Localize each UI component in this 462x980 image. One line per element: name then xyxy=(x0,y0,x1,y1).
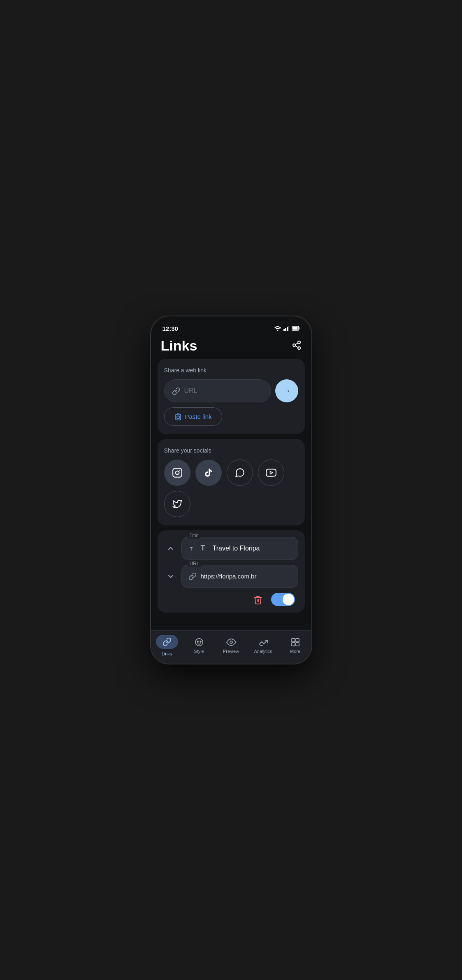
svg-line-10 xyxy=(295,346,298,348)
instagram-icon xyxy=(172,467,183,478)
svg-point-21 xyxy=(200,641,201,642)
whatsapp-icon xyxy=(234,467,245,478)
analytics-nav-icon xyxy=(258,637,268,647)
svg-point-0 xyxy=(277,330,278,331)
svg-rect-25 xyxy=(292,639,295,642)
paste-link-label: Paste link xyxy=(185,413,212,420)
socials-row xyxy=(164,460,298,517)
title-T-icon: T xyxy=(201,544,205,553)
title-text-icon: T xyxy=(188,544,197,553)
nav-style-label: Style xyxy=(194,649,204,654)
paste-link-button[interactable]: Paste link xyxy=(164,407,222,426)
nav-analytics-label: Analytics xyxy=(254,649,272,654)
url-field-row: URL https://floripa.com.br xyxy=(164,565,298,588)
title-value: Travel to Floripa xyxy=(213,545,260,552)
nav-links-label: Links xyxy=(162,651,172,656)
title-field-wrap: Title T T Travel to Floripa xyxy=(181,537,298,560)
whatsapp-button[interactable] xyxy=(227,460,253,486)
more-nav-icon xyxy=(290,637,300,647)
svg-text:T: T xyxy=(190,546,193,551)
nav-more-label: More xyxy=(290,649,300,654)
url-link-icon xyxy=(188,572,197,581)
header: Links xyxy=(151,334,311,359)
svg-point-16 xyxy=(179,470,180,471)
svg-rect-2 xyxy=(285,328,286,331)
nav-item-style[interactable]: Style xyxy=(183,637,215,654)
svg-rect-28 xyxy=(296,643,299,646)
svg-rect-6 xyxy=(292,327,297,330)
socials-card: Share your socials xyxy=(158,439,305,525)
nav-item-preview[interactable]: Preview xyxy=(215,637,247,654)
clipboard-icon xyxy=(174,413,182,420)
tiktok-icon xyxy=(204,468,214,478)
svg-point-19 xyxy=(195,639,203,646)
svg-marker-17 xyxy=(270,471,272,474)
page-title: Links xyxy=(161,338,197,354)
youtube-button[interactable] xyxy=(258,460,284,486)
url-input-row: URL → xyxy=(164,379,298,402)
share-button[interactable] xyxy=(292,339,302,350)
title-field-row: Title T T Travel to Floripa xyxy=(164,537,298,560)
title-input-box[interactable]: T T Travel to Floripa xyxy=(181,537,298,560)
trash-icon xyxy=(253,595,263,605)
svg-rect-13 xyxy=(177,416,179,418)
wifi-icon xyxy=(274,326,281,331)
toggle-thumb xyxy=(283,594,294,605)
link-enabled-toggle[interactable] xyxy=(271,593,295,606)
preview-nav-icon xyxy=(226,637,236,647)
battery-icon xyxy=(292,326,300,331)
nav-item-links[interactable]: Links xyxy=(151,635,183,656)
twitter-button[interactable] xyxy=(164,491,190,517)
tiktok-button[interactable] xyxy=(195,460,222,486)
title-collapse-button[interactable] xyxy=(164,542,177,555)
nav-item-analytics[interactable]: Analytics xyxy=(247,637,279,654)
web-link-card: Share a web link URL → xyxy=(158,359,305,434)
svg-point-22 xyxy=(230,641,232,643)
url-input-box[interactable]: https://floripa.com.br xyxy=(181,565,298,588)
link-chain-icon xyxy=(172,386,180,395)
signal-icon xyxy=(283,326,289,331)
twitter-icon xyxy=(172,499,182,509)
svg-rect-1 xyxy=(283,329,285,331)
svg-rect-14 xyxy=(173,468,182,477)
main-content: Share a web link URL → xyxy=(151,359,311,630)
url-value: https://floripa.com.br xyxy=(201,573,257,580)
svg-point-15 xyxy=(175,471,179,474)
svg-rect-27 xyxy=(292,643,295,646)
links-nav-icon xyxy=(163,637,172,646)
arrow-right-icon: → xyxy=(282,385,291,396)
socials-label: Share your socials xyxy=(164,447,298,454)
bottom-navigation: Links Style Preview xyxy=(151,630,311,664)
url-field-wrap: URL https://floripa.com.br xyxy=(181,565,298,588)
status-time: 12:30 xyxy=(163,325,178,332)
svg-rect-12 xyxy=(177,413,179,415)
svg-rect-26 xyxy=(296,639,299,642)
share-icon xyxy=(292,340,302,350)
link-item-card: Title T T Travel to Floripa xyxy=(158,530,305,613)
status-icons xyxy=(274,326,300,331)
phone-frame: 12:30 Links xyxy=(151,316,311,664)
url-expand-button[interactable] xyxy=(164,570,177,583)
status-bar: 12:30 xyxy=(151,316,311,334)
web-link-label: Share a web link xyxy=(164,367,298,374)
url-input-wrap: URL xyxy=(164,379,271,402)
nav-item-more[interactable]: More xyxy=(279,637,311,654)
link-item-actions xyxy=(164,593,298,606)
chevron-down-icon xyxy=(167,572,175,581)
url-field-label: URL xyxy=(188,561,201,567)
title-field-label: Title xyxy=(188,533,200,539)
delete-link-button[interactable] xyxy=(253,594,263,605)
svg-rect-4 xyxy=(288,326,289,331)
chevron-up-icon xyxy=(167,544,175,553)
url-submit-button[interactable]: → xyxy=(275,379,298,402)
instagram-button[interactable] xyxy=(164,460,190,486)
url-field-placeholder: URL xyxy=(184,387,197,395)
nav-preview-label: Preview xyxy=(223,649,239,654)
style-nav-icon xyxy=(194,637,204,647)
svg-rect-3 xyxy=(287,327,288,331)
svg-point-20 xyxy=(197,641,198,642)
youtube-icon xyxy=(266,467,276,478)
svg-line-11 xyxy=(295,343,298,345)
